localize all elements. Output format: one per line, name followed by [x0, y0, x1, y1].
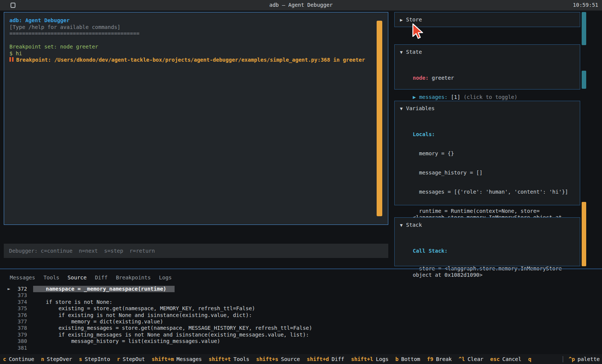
code-text-highlighted: namespace = _memory_namespace(runtime)	[33, 286, 175, 292]
line-number[interactable]: 375	[13, 305, 27, 312]
line-number[interactable]: 380	[13, 338, 27, 344]
binding-label: Messages	[176, 356, 202, 362]
binding-label: Logs	[376, 356, 389, 362]
source-line[interactable]: 380 message_history = list(existing_mess…	[0, 338, 602, 344]
command-input-container	[4, 244, 388, 258]
binding-cancel[interactable]: escCancel	[490, 356, 521, 362]
binding-diff[interactable]: shift+dDiff	[307, 356, 344, 362]
binding-command-palette[interactable]: │ ^p palette	[561, 356, 600, 362]
source-line[interactable]: 374 if store is not None:	[0, 299, 602, 305]
source-line[interactable]: 379 if existing_messages is not None and…	[0, 332, 602, 338]
binding-key: esc	[490, 356, 500, 362]
variables-panel-header[interactable]: ▼Variables	[395, 101, 580, 112]
source-line[interactable]: 376 if existing is not None and isinstan…	[0, 312, 602, 318]
binding-clear[interactable]: ^lClear	[459, 356, 483, 362]
tab-messages[interactable]: Messages	[10, 275, 35, 287]
binding-bottom[interactable]: bBottom	[395, 356, 420, 362]
source-line[interactable]: 377 memory = dict(existing.value)	[0, 318, 602, 325]
source-line[interactable]: 375 existing = store.get(namespace, MEMO…	[0, 305, 602, 312]
binding-label: Diff	[331, 356, 344, 362]
sidebar-scrollbar-thumb-top[interactable]	[582, 12, 586, 45]
binding-label: Source	[281, 356, 300, 362]
line-number[interactable]: 379	[13, 332, 27, 338]
line-number[interactable]: 373	[13, 292, 27, 299]
binding-source[interactable]: shift+sSource	[256, 356, 300, 362]
line-number[interactable]: 372	[13, 286, 27, 292]
store-panel-header[interactable]: ▶Store	[395, 12, 580, 23]
binding-label: palette	[578, 356, 600, 362]
current-line-marker-icon: ►	[0, 286, 13, 292]
binding-key: ^l	[459, 356, 465, 362]
binding-key: shift+d	[307, 356, 329, 362]
tab-source[interactable]: Source	[68, 275, 87, 287]
binding-continue[interactable]: cContinue	[3, 356, 34, 362]
source-line-current[interactable]: ► 372 namespace = _memory_namespace(runt…	[0, 286, 602, 292]
sidebar-scrollbar-thumb-mid[interactable]	[582, 71, 586, 89]
terminal-output-panel: adb: Agent Debugger [Type /help for avai…	[4, 12, 388, 225]
state-node-row: node: greeter	[413, 75, 575, 81]
stack-panel-title: Stack	[406, 222, 422, 228]
code-text: if existing_messages is not None and isi…	[27, 332, 309, 338]
binding-key: q	[528, 356, 531, 362]
state-messages-row[interactable]: ▶ messages: [1] (click to toggle)	[413, 94, 575, 100]
code-text: memory = dict(existing.value)	[27, 318, 163, 325]
binding-key: ^p	[569, 356, 575, 362]
binding-stepinto[interactable]: sStepInto	[79, 356, 110, 362]
call-stack-label: Call Stack:	[413, 248, 575, 254]
source-view: ► 372 namespace = _memory_namespace(runt…	[0, 286, 602, 353]
terminal-blank-line	[9, 37, 373, 44]
binding-logs[interactable]: shift+lLogs	[351, 356, 389, 362]
binding-label: Cancel	[502, 356, 521, 362]
stack-panel-body: Call Stack: ► greeter (examples/simple_a…	[395, 235, 580, 266]
agent-debugger-app: adb — Agent Debugger 10:59:51 adb: Agent…	[0, 0, 602, 364]
binding-label: Clear	[468, 356, 483, 362]
code-text: existing = store.get(namespace, MEMORY_K…	[27, 305, 255, 312]
binding-key: b	[395, 356, 398, 362]
binding-messages[interactable]: shift+mMessages	[152, 356, 202, 362]
line-number[interactable]: 377	[13, 318, 27, 325]
messages-count: [1]	[451, 94, 460, 100]
command-input[interactable]	[9, 248, 383, 254]
local-variable: message_history = []	[413, 170, 575, 176]
store-panel-title: Store	[406, 17, 422, 23]
tab-logs[interactable]: Logs	[159, 275, 172, 287]
stack-panel: ▼Stack Call Stack: ► greeter (examples/s…	[394, 217, 580, 266]
line-number[interactable]: 378	[13, 325, 27, 331]
tab-diff[interactable]: Diff	[95, 275, 108, 287]
binding-stepout[interactable]: rStepOut	[117, 356, 145, 362]
locals-label: Locals:	[413, 131, 575, 138]
terminal-scrollbar-thumb[interactable]	[377, 21, 382, 216]
code-text: if store is not None:	[27, 299, 112, 305]
stack-panel-header[interactable]: ▼Stack	[395, 218, 580, 229]
code-text: existing_messages = store.get(namespace,…	[27, 325, 312, 331]
binding-break[interactable]: f9Break	[427, 356, 452, 362]
messages-toggle-hint: (click to toggle)	[464, 94, 517, 100]
line-number[interactable]: 381	[13, 345, 27, 351]
tab-tools[interactable]: Tools	[43, 275, 59, 287]
state-panel: ▼State node: greeter ▶ messages: [1] (cl…	[394, 44, 580, 89]
binding-label: StepOver	[47, 356, 72, 362]
binding-key: c	[3, 356, 6, 362]
binding-label: Tools	[234, 356, 249, 362]
terminal-separator: ========================================…	[9, 30, 373, 37]
state-panel-header[interactable]: ▼State	[395, 45, 580, 56]
line-number[interactable]: 376	[13, 312, 27, 318]
sidebar-scrollbar-thumb-bottom[interactable]	[582, 202, 586, 266]
binding-label: StepOut	[123, 356, 145, 362]
code-text: message_history = list(existing_messages…	[27, 338, 220, 344]
binding-tools[interactable]: shift+tTools	[209, 356, 249, 362]
binding-stepover[interactable]: nStepOver	[41, 356, 72, 362]
source-line[interactable]: 381	[0, 345, 602, 351]
binding-key: shift+m	[152, 356, 174, 362]
source-line[interactable]: 373	[0, 292, 602, 299]
binding-key: s	[79, 356, 82, 362]
binding-label: Bottom	[401, 356, 420, 362]
line-number[interactable]: 374	[13, 299, 27, 305]
footer-divider: │	[561, 356, 564, 362]
expanded-arrow-icon: ▼	[400, 222, 403, 229]
source-line[interactable]: 378 existing_messages = store.get(namesp…	[0, 325, 602, 331]
binding-quit[interactable]: q	[528, 356, 534, 362]
prompt-line: $ hi	[9, 50, 373, 57]
tab-breakpoints[interactable]: Breakpoints	[116, 275, 151, 287]
binding-key: f9	[427, 356, 433, 362]
